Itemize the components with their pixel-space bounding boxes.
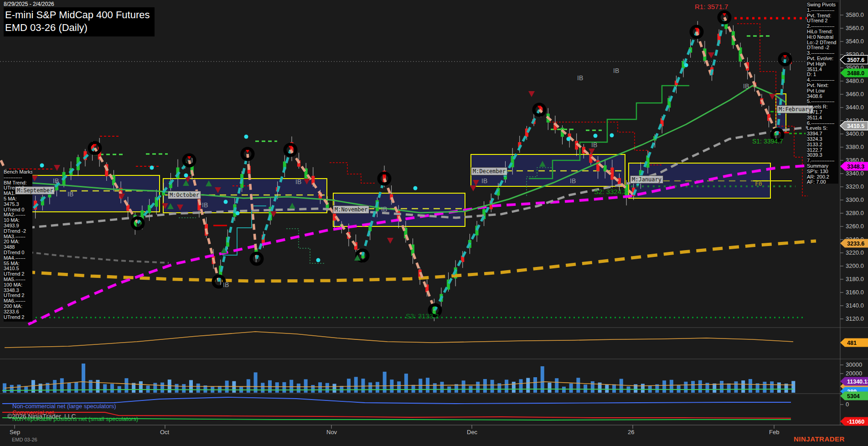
volume-bar bbox=[462, 380, 465, 393]
volume-bar bbox=[519, 379, 523, 393]
time-tick-label[interactable]: Oct bbox=[160, 429, 170, 436]
price-tick-label[interactable]: 3300.0 bbox=[846, 196, 864, 203]
volume-bar bbox=[182, 384, 186, 393]
volume-bar bbox=[763, 382, 766, 393]
minor-pivot-dot bbox=[224, 200, 228, 204]
volume-bar bbox=[433, 383, 437, 393]
price-tick-label[interactable]: 3560.0 bbox=[846, 25, 864, 31]
swing-pivots-line: 1.-------------- bbox=[807, 8, 838, 13]
volume-bar bbox=[160, 383, 164, 393]
volume-bar bbox=[196, 384, 200, 393]
volume-bar bbox=[368, 383, 372, 393]
swing-pivots-line: 3511.4 bbox=[807, 115, 838, 121]
ib-label: IB bbox=[591, 141, 597, 149]
price-tag-label: 11340.13 bbox=[847, 379, 868, 385]
down-arrow-icon bbox=[470, 185, 476, 191]
month-label-chip: M:January bbox=[630, 175, 663, 184]
time-tick-label[interactable]: Dec bbox=[467, 429, 478, 436]
swing-pivots-line: AF: 7.00 bbox=[807, 179, 838, 184]
volume-bar bbox=[662, 380, 666, 393]
month-label-chip: M:September bbox=[15, 186, 55, 195]
volume-bar bbox=[397, 381, 401, 393]
down-arrow-icon bbox=[708, 52, 714, 58]
price-tick-label[interactable]: 3180.0 bbox=[846, 276, 864, 282]
bench-marks-line: 100 MA: bbox=[4, 282, 32, 288]
minor-pivot-dot bbox=[567, 137, 571, 141]
volume-bar bbox=[555, 378, 558, 393]
minor-pivot-dot bbox=[150, 166, 154, 170]
price-tick-label[interactable]: 3580.0 bbox=[846, 11, 864, 18]
ib-label: IB bbox=[570, 177, 576, 185]
volume-bar bbox=[333, 384, 336, 393]
volume-bar bbox=[584, 384, 587, 393]
legend-non-commercial: Non-commercial net (large speculators) bbox=[12, 403, 116, 410]
volume-bar bbox=[670, 380, 673, 393]
price-tick-label[interactable]: 3380.0 bbox=[846, 144, 864, 150]
price-tick-label[interactable]: 3340.0 bbox=[846, 170, 864, 177]
price-tick-label[interactable]: 3320.0 bbox=[846, 183, 864, 190]
swing-pivots-panel: Swing Pivots1.--------------Pvt. Trend:U… bbox=[807, 2, 838, 184]
volume-bar bbox=[491, 380, 494, 393]
bench-marks-line: ----------- bbox=[4, 175, 32, 180]
price-tick-label[interactable]: 3140.0 bbox=[846, 302, 864, 309]
instrument-tab-label[interactable]: EMD 03-26 bbox=[12, 437, 37, 442]
time-tick-label[interactable]: Nov bbox=[326, 429, 337, 436]
minor-pivot-dot bbox=[236, 211, 240, 215]
price-tick-label[interactable]: 3200.0 bbox=[846, 262, 864, 269]
price-tick-label[interactable]: 3400.0 bbox=[846, 130, 864, 137]
s3-level-label: S3: 3133.2 bbox=[406, 312, 439, 320]
price-tick-label[interactable]: 3440.0 bbox=[846, 104, 864, 111]
price-tick-label[interactable]: 20000 bbox=[846, 370, 862, 377]
volume-bar bbox=[282, 382, 286, 393]
volume-bar bbox=[82, 364, 85, 393]
volume-bar bbox=[727, 384, 731, 393]
volume-bar bbox=[512, 382, 516, 393]
volume-bar bbox=[74, 382, 78, 393]
volume-bar bbox=[569, 384, 573, 393]
volume-bar bbox=[110, 384, 114, 393]
volume-bar bbox=[390, 379, 393, 393]
swing-pivots-line: Summary bbox=[807, 164, 838, 169]
chart-title: E-mini S&P MidCap 400 Futures EMD 03-26 … bbox=[4, 7, 155, 36]
bench-marks-line: 5 MA: bbox=[4, 196, 32, 202]
volume-bar bbox=[641, 384, 645, 393]
price-tick-label[interactable]: 3220.0 bbox=[846, 249, 864, 256]
volume-bar bbox=[741, 380, 745, 393]
volume-bar bbox=[720, 381, 723, 393]
bench-marks-line: 3493.9 bbox=[4, 223, 32, 229]
price-tick-label[interactable]: 3160.0 bbox=[846, 289, 864, 296]
minor-pivot-dot bbox=[610, 133, 614, 138]
price-tick-label[interactable]: 3460.0 bbox=[846, 91, 864, 97]
price-tick-label[interactable]: 3260.0 bbox=[846, 223, 864, 230]
bench-marks-line: 200 MA: bbox=[4, 304, 32, 309]
ninjatrader-logo: NINJATRADER bbox=[794, 435, 845, 443]
volume-bar bbox=[483, 379, 487, 393]
ib-label: IB bbox=[577, 74, 583, 82]
swing-pivots-line: Pvt. Next: bbox=[807, 83, 838, 88]
swing-pivots-line: SP's: 130 bbox=[807, 169, 838, 174]
swing-pivots-line: Pvt. Evolve: bbox=[807, 56, 838, 62]
volume-bar bbox=[103, 384, 107, 393]
minor-pivot-dot bbox=[244, 135, 248, 139]
price-tick-label[interactable]: 3120.0 bbox=[846, 315, 864, 322]
time-tick-label[interactable]: Feb bbox=[769, 429, 779, 436]
month-label-chip: M:October bbox=[168, 191, 201, 199]
time-tick-label[interactable]: 26 bbox=[628, 429, 634, 436]
volume-bar bbox=[576, 378, 580, 393]
volume-bar bbox=[620, 379, 623, 393]
time-tick-label[interactable]: Sep bbox=[10, 429, 20, 436]
volume-bar bbox=[749, 379, 752, 393]
price-tick-label[interactable]: 3480.0 bbox=[846, 77, 864, 84]
volume-bar bbox=[289, 380, 293, 393]
price-tag-label: -11060 bbox=[847, 419, 864, 425]
price-tick-label[interactable]: 0 bbox=[846, 401, 849, 408]
pivot-high-mark bbox=[783, 55, 787, 58]
price-tick-label[interactable]: 30000 bbox=[846, 361, 862, 368]
down-arrow-icon bbox=[528, 91, 535, 97]
legend-non-reportable: Non-reportable positions net (small spec… bbox=[12, 415, 138, 422]
price-tick-label[interactable]: 3280.0 bbox=[846, 210, 864, 216]
chart-canvas[interactable]: IBIBIBIBIBIBIBIBIBIBIBIB3580.03560.03540… bbox=[0, 0, 868, 446]
down-arrow-icon bbox=[589, 149, 595, 154]
price-tick-label[interactable]: 3540.0 bbox=[846, 38, 864, 45]
title-line-2: EMD 03-26 (Daily) bbox=[5, 21, 150, 34]
